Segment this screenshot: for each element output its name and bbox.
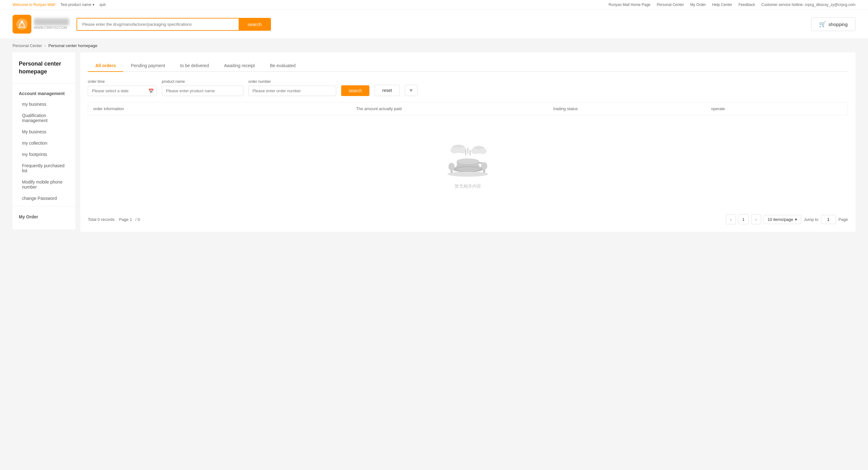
welcome-text: Welcome to Runyao Mall! bbox=[12, 2, 56, 7]
main-layout: Personal center homepage Account managem… bbox=[0, 52, 868, 244]
sidebar-main-title: Personal center homepage bbox=[12, 60, 75, 81]
main-search-button[interactable]: search bbox=[239, 19, 270, 30]
tab-awaiting-receipt[interactable]: Awaiting receipt bbox=[216, 60, 262, 71]
calendar-icon: 📅 bbox=[148, 88, 154, 93]
logo-icon bbox=[16, 18, 28, 30]
pagination-area: Total 0 records Page 1 / 0 ‹ 1 › 10 item… bbox=[88, 208, 848, 224]
nav-help-center[interactable]: Help Center bbox=[712, 2, 732, 7]
search-bar: search bbox=[76, 18, 271, 31]
order-number-label: order number bbox=[248, 79, 336, 84]
jump-to-label: Jump to bbox=[804, 217, 818, 222]
nav-my-order[interactable]: My Order bbox=[690, 2, 706, 7]
pagination-summary: Total 0 records Page 1 / 0 bbox=[88, 217, 140, 222]
filter-icon-button[interactable]: ⛛ bbox=[405, 85, 417, 96]
order-number-input[interactable] bbox=[248, 86, 336, 96]
date-wrapper: 📅 bbox=[88, 86, 157, 96]
filter-search-button[interactable]: search bbox=[341, 85, 369, 96]
tab-all-orders[interactable]: All orders bbox=[88, 60, 123, 71]
product-name-group: product name bbox=[162, 79, 243, 96]
next-page-button[interactable]: › bbox=[751, 214, 761, 224]
page-info: Page 1 bbox=[119, 217, 132, 222]
empty-text: 暂无相关内容 bbox=[455, 183, 481, 189]
sidebar-account-section: Account management bbox=[12, 86, 75, 98]
table-col-operate: operate bbox=[711, 106, 843, 111]
svg-point-3 bbox=[450, 147, 459, 153]
svg-point-6 bbox=[471, 148, 479, 154]
main-search-input[interactable] bbox=[77, 19, 239, 30]
nav-home[interactable]: Runyao Mall Home Page bbox=[609, 2, 650, 7]
table-col-amount: The amount actually paid bbox=[356, 106, 554, 111]
empty-state: 暂无相关内容 bbox=[88, 119, 848, 208]
total-pages: / 0 bbox=[135, 217, 140, 222]
logo-text: RUNYAOMALL WWW.CRRYSCCOM bbox=[34, 18, 69, 30]
quit-button[interactable]: quit bbox=[99, 2, 105, 7]
svg-point-7 bbox=[478, 148, 487, 154]
tab-be-evaluated[interactable]: Be evaluated bbox=[262, 60, 303, 71]
dropdown-arrow-icon: ▾ bbox=[93, 2, 94, 7]
svg-point-1 bbox=[21, 21, 23, 23]
order-time-input[interactable] bbox=[88, 86, 157, 96]
empty-illustration bbox=[443, 138, 493, 178]
tab-to-be-delivered[interactable]: to be delivered bbox=[173, 60, 216, 71]
breadcrumb-current: Personal center homepage bbox=[48, 43, 97, 48]
filter-reset-button[interactable]: reset bbox=[374, 85, 400, 96]
prev-page-button[interactable]: ‹ bbox=[726, 214, 736, 224]
product-name: Test product name bbox=[61, 2, 92, 7]
dropdown-arrow-icon: ▾ bbox=[795, 217, 797, 222]
sidebar-item-footprints[interactable]: my footprints bbox=[12, 149, 75, 160]
sidebar-divider-2 bbox=[12, 206, 75, 207]
svg-point-12 bbox=[457, 158, 479, 164]
sidebar-item-my-business-2[interactable]: My business bbox=[12, 126, 75, 138]
order-time-label: order time bbox=[88, 79, 157, 84]
product-dropdown[interactable]: Test product name ▾ bbox=[61, 2, 95, 7]
breadcrumb-parent[interactable]: Personal Center bbox=[12, 43, 42, 48]
nav-personal-center[interactable]: Personal Center bbox=[657, 2, 684, 7]
svg-point-0 bbox=[16, 19, 28, 30]
order-time-group: order time 📅 bbox=[88, 79, 157, 96]
svg-point-15 bbox=[448, 163, 455, 170]
header: RUNYAOMALL WWW.CRRYSCCOM search 🛒 shoppi… bbox=[0, 10, 868, 39]
product-name-label: product name bbox=[162, 79, 243, 84]
total-records: Total 0 records bbox=[88, 217, 115, 222]
sidebar-item-modify-phone[interactable]: Modify mobile phone number bbox=[12, 176, 75, 193]
logo-area: RUNYAOMALL WWW.CRRYSCCOM bbox=[12, 15, 69, 34]
items-per-page-dropdown[interactable]: 10 items/page ▾ bbox=[764, 215, 802, 224]
breadcrumb: Personal Center › Personal center homepa… bbox=[0, 39, 868, 52]
shopping-label: shopping bbox=[829, 22, 848, 27]
table-col-order-info: order information bbox=[93, 106, 356, 111]
filter-row: order time 📅 product name order number s… bbox=[88, 79, 848, 96]
shopping-cart-button[interactable]: 🛒 shopping bbox=[811, 17, 856, 31]
sidebar-item-my-business-1[interactable]: my business bbox=[12, 98, 75, 110]
tab-pending-payment[interactable]: Pending payment bbox=[123, 60, 173, 71]
logo-box bbox=[12, 15, 31, 34]
sidebar-item-frequently-purchased[interactable]: Frequently purchased list bbox=[12, 160, 75, 176]
table-col-status: trading status bbox=[554, 106, 711, 111]
cart-icon: 🛒 bbox=[819, 21, 826, 28]
breadcrumb-separator: › bbox=[44, 43, 46, 48]
funnel-icon: ⛛ bbox=[409, 88, 413, 93]
content-area: All orders Pending payment to be deliver… bbox=[80, 52, 856, 232]
sidebar-item-change-password[interactable]: change Password bbox=[12, 193, 75, 204]
product-name-input[interactable] bbox=[162, 86, 243, 96]
sidebar-divider-1 bbox=[12, 83, 75, 84]
sidebar-order-section: My Order bbox=[12, 209, 75, 222]
order-number-group: order number bbox=[248, 79, 336, 96]
svg-point-14 bbox=[457, 167, 479, 171]
jump-to-input[interactable] bbox=[821, 215, 836, 224]
nav-feedback[interactable]: Feedback bbox=[739, 2, 755, 7]
order-tabs: All orders Pending payment to be deliver… bbox=[88, 60, 848, 72]
sidebar-item-collection[interactable]: my collection bbox=[12, 138, 75, 149]
page-suffix: Page bbox=[839, 217, 848, 222]
top-bar: Welcome to Runyao Mall! Test product nam… bbox=[0, 0, 868, 10]
sidebar-item-qualification[interactable]: Qualification management bbox=[12, 110, 75, 126]
table-header: order information The amount actually pa… bbox=[88, 102, 848, 115]
hotline-text: Customer service hotline: crpcg_dlsscsy_… bbox=[762, 2, 856, 7]
svg-point-19 bbox=[447, 172, 488, 177]
logo-subtext: WWW.CRRYSCCOM bbox=[34, 25, 69, 30]
top-nav-links: Runyao Mall Home Page Personal Center My… bbox=[609, 2, 856, 7]
sidebar: Personal center homepage Account managem… bbox=[12, 52, 75, 229]
pagination-controls: ‹ 1 › 10 items/page ▾ Jump to Page bbox=[726, 214, 848, 224]
current-page-number: 1 bbox=[739, 214, 748, 224]
svg-point-17 bbox=[481, 162, 487, 170]
